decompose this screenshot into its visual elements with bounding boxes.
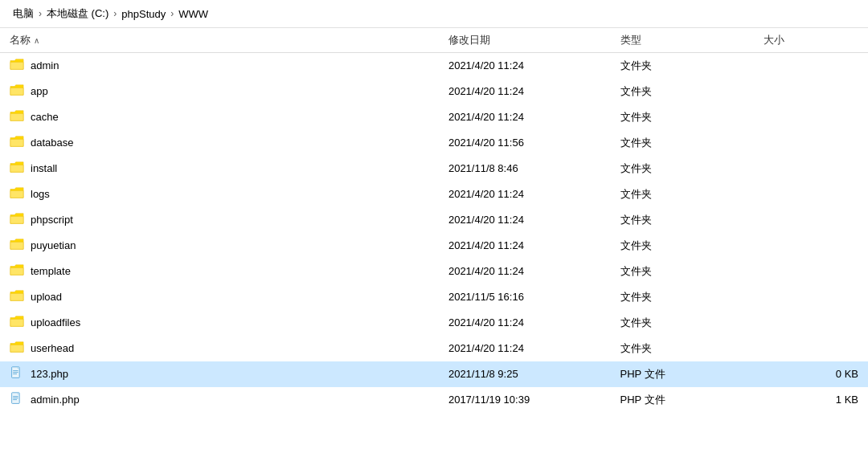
php-file-icon <box>10 366 24 382</box>
file-table: 名称 ∧ 修改日期 类型 大小 admin 2021/4/20 11:24 文件… <box>0 28 868 413</box>
file-date-cell: 2021/4/20 11:24 <box>439 79 611 104</box>
file-size-cell <box>754 259 868 284</box>
file-name-cell: admin.php <box>0 387 439 413</box>
file-name-cell: template <box>0 259 439 284</box>
table-row[interactable]: database 2021/4/20 11:56 文件夹 <box>0 130 868 156</box>
file-type-cell: 文件夹 <box>611 336 754 361</box>
file-type-cell: 文件夹 <box>611 79 754 104</box>
file-size-cell: 0 KB <box>754 361 868 387</box>
table-row[interactable]: template 2021/4/20 11:24 文件夹 <box>0 259 868 284</box>
sort-arrow-name: ∧ <box>34 36 39 45</box>
file-name-label: app <box>31 85 48 97</box>
breadcrumb-sep-1: › <box>39 8 42 19</box>
folder-icon <box>10 58 24 73</box>
file-type-cell: PHP 文件 <box>611 361 754 387</box>
file-date-cell: 2021/4/20 11:24 <box>439 104 611 130</box>
file-type-cell: 文件夹 <box>611 156 754 182</box>
folder-icon <box>10 109 24 124</box>
table-row[interactable]: cache 2021/4/20 11:24 文件夹 <box>0 104 868 130</box>
breadcrumb-sep-2: › <box>113 8 117 19</box>
file-name-label: install <box>31 162 57 174</box>
file-name-label: phpscript <box>31 214 73 226</box>
folder-icon <box>10 263 24 279</box>
table-row[interactable]: logs 2021/4/20 11:24 文件夹 <box>0 182 868 207</box>
file-date-cell: 2021/11/8 9:25 <box>439 361 611 387</box>
file-name-label: admin <box>31 59 59 71</box>
file-type-cell: 文件夹 <box>611 233 754 259</box>
file-name-label: 123.php <box>31 368 68 380</box>
file-date-cell: 2021/4/20 11:24 <box>439 207 611 233</box>
breadcrumb-bar: 电脑 › 本地磁盘 (C:) › phpStudy › WWW <box>0 0 868 28</box>
col-header-name[interactable]: 名称 ∧ <box>0 28 439 53</box>
breadcrumb-c-drive[interactable]: 本地磁盘 (C:) <box>47 6 108 21</box>
col-header-type[interactable]: 类型 <box>611 28 754 53</box>
file-size-cell <box>754 233 868 259</box>
table-row[interactable]: admin.php 2017/11/19 10:39 PHP 文件 1 KB <box>0 387 868 413</box>
breadcrumb-computer[interactable]: 电脑 <box>13 6 34 21</box>
table-row[interactable]: upload 2021/11/5 16:16 文件夹 <box>0 284 868 310</box>
file-size-cell <box>754 130 868 156</box>
file-name-cell: puyuetian <box>0 233 439 259</box>
col-header-size[interactable]: 大小 <box>754 28 868 53</box>
file-name-cell: phpscript <box>0 207 439 233</box>
file-name-cell: admin <box>0 53 439 79</box>
file-type-cell: 文件夹 <box>611 53 754 79</box>
file-size-cell <box>754 310 868 336</box>
table-row[interactable]: userhead 2021/4/20 11:24 文件夹 <box>0 336 868 361</box>
file-name-cell: install <box>0 156 439 182</box>
file-name-cell: uploadfiles <box>0 310 439 336</box>
file-size-cell <box>754 207 868 233</box>
file-size-cell <box>754 284 868 310</box>
table-row[interactable]: 123.php 2021/11/8 9:25 PHP 文件 0 KB <box>0 361 868 387</box>
file-name-label: cache <box>31 111 59 123</box>
table-row[interactable]: puyuetian 2021/4/20 11:24 文件夹 <box>0 233 868 259</box>
table-row[interactable]: phpscript 2021/4/20 11:24 文件夹 <box>0 207 868 233</box>
file-type-cell: PHP 文件 <box>611 387 754 413</box>
file-type-cell: 文件夹 <box>611 284 754 310</box>
folder-icon <box>10 161 24 176</box>
file-name-label: admin.php <box>31 394 80 406</box>
file-date-cell: 2021/4/20 11:56 <box>439 130 611 156</box>
file-type-cell: 文件夹 <box>611 182 754 207</box>
file-name-label: template <box>31 265 71 277</box>
file-name-label: uploadfiles <box>31 316 80 328</box>
file-date-cell: 2017/11/19 10:39 <box>439 387 611 413</box>
file-date-cell: 2021/11/5 16:16 <box>439 284 611 310</box>
breadcrumb-www: WWW <box>178 8 208 20</box>
file-size-cell <box>754 156 868 182</box>
table-row[interactable]: app 2021/4/20 11:24 文件夹 <box>0 79 868 104</box>
file-date-cell: 2021/4/20 11:24 <box>439 310 611 336</box>
folder-icon <box>10 212 24 227</box>
file-type-cell: 文件夹 <box>611 130 754 156</box>
folder-icon <box>10 315 24 330</box>
file-name-cell: logs <box>0 182 439 207</box>
breadcrumb-sep-3: › <box>170 8 174 19</box>
file-type-cell: 文件夹 <box>611 207 754 233</box>
file-type-cell: 文件夹 <box>611 259 754 284</box>
file-size-cell: 1 KB <box>754 387 868 413</box>
file-name-cell: database <box>0 130 439 156</box>
file-size-cell <box>754 79 868 104</box>
file-name-cell: cache <box>0 104 439 130</box>
file-date-cell: 2021/4/20 11:24 <box>439 259 611 284</box>
file-date-cell: 2021/4/20 11:24 <box>439 336 611 361</box>
file-size-cell <box>754 53 868 79</box>
php-file-icon <box>10 392 24 407</box>
file-name-label: userhead <box>31 342 74 354</box>
folder-icon <box>10 135 24 150</box>
file-type-cell: 文件夹 <box>611 310 754 336</box>
file-name-label: database <box>31 137 74 149</box>
table-row[interactable]: admin 2021/4/20 11:24 文件夹 <box>0 53 868 79</box>
col-header-date[interactable]: 修改日期 <box>439 28 611 53</box>
svg-marker-1 <box>18 367 19 369</box>
table-row[interactable]: install 2021/11/8 8:46 文件夹 <box>0 156 868 182</box>
file-date-cell: 2021/4/20 11:24 <box>439 53 611 79</box>
file-size-cell <box>754 104 868 130</box>
file-type-cell: 文件夹 <box>611 104 754 130</box>
file-name-cell: upload <box>0 284 439 310</box>
table-row[interactable]: uploadfiles 2021/4/20 11:24 文件夹 <box>0 310 868 336</box>
svg-marker-6 <box>18 393 19 394</box>
file-date-cell: 2021/4/20 11:24 <box>439 233 611 259</box>
folder-icon <box>10 289 24 304</box>
breadcrumb-phpstudy[interactable]: phpStudy <box>121 8 166 20</box>
